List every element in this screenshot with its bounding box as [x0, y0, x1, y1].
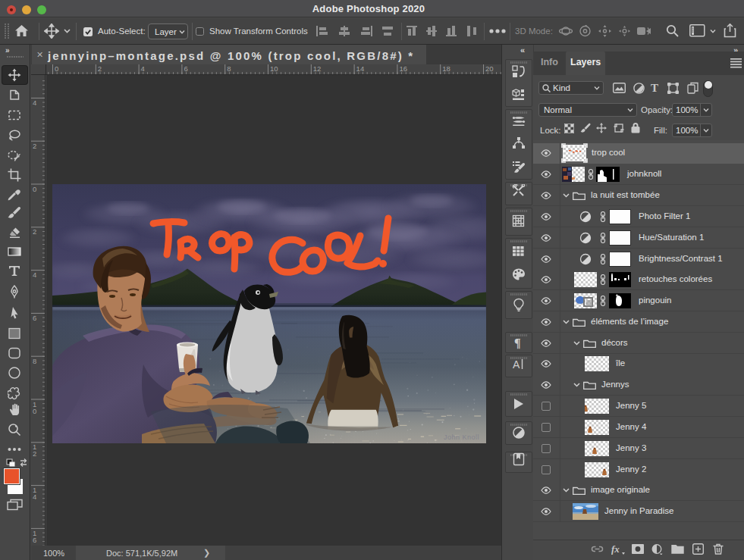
svg-text:10: 10 — [270, 64, 278, 73]
svg-text:8: 8 — [33, 357, 36, 365]
svg-text:18: 18 — [442, 64, 450, 73]
svg-text:4: 4 — [33, 99, 36, 107]
svg-text:8: 8 — [227, 64, 231, 73]
svg-text:6: 6 — [33, 536, 36, 544]
svg-text:¶: ¶ — [514, 336, 521, 349]
svg-text:6: 6 — [184, 64, 187, 73]
svg-text:16: 16 — [399, 64, 407, 73]
svg-text:0: 0 — [55, 64, 58, 73]
svg-text:6: 6 — [33, 314, 36, 322]
svg-text:4: 4 — [33, 271, 36, 279]
svg-text:T: T — [651, 82, 658, 93]
svg-text:2: 2 — [33, 227, 36, 236]
svg-text:4: 4 — [141, 64, 145, 73]
svg-text:2: 2 — [33, 142, 36, 150]
svg-text:20: 20 — [485, 64, 494, 73]
svg-text:John Knoll: John Knoll — [444, 433, 479, 441]
svg-text:14: 14 — [356, 64, 365, 73]
svg-text:2: 2 — [33, 449, 36, 458]
svg-text:0: 0 — [33, 185, 36, 193]
svg-text:0: 0 — [33, 407, 36, 415]
svg-text:2: 2 — [98, 64, 102, 73]
svg-text:4: 4 — [33, 493, 36, 501]
svg-text:fx: fx — [611, 543, 620, 555]
svg-text:12: 12 — [313, 64, 322, 73]
svg-text:A: A — [513, 358, 520, 371]
